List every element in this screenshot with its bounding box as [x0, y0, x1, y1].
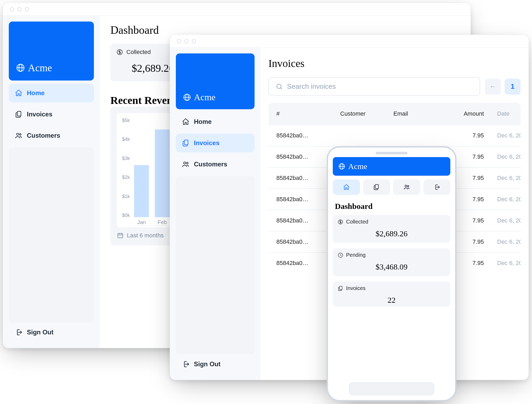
arrow-left-icon: ←	[489, 82, 496, 91]
page-title: Dashboard	[335, 202, 448, 211]
phone-home-indicator[interactable]	[328, 378, 455, 400]
calendar-icon	[117, 232, 124, 239]
sidebar-item-invoices[interactable]: Invoices	[176, 134, 255, 152]
metric-card-label: Collected	[126, 49, 151, 56]
search-icon	[275, 83, 283, 91]
metric-card-pending: Pending $3,468.09	[333, 248, 450, 276]
globe-icon	[338, 163, 346, 170]
phone-nav-customers[interactable]	[393, 179, 420, 195]
recent-revenue-note: Last 6 months	[127, 232, 164, 239]
users-icon	[15, 132, 23, 140]
document-duplicate-icon	[338, 285, 343, 291]
signout-button[interactable]: Sign Out	[176, 354, 255, 374]
brand-name: Acme	[194, 92, 215, 102]
svg-point-3	[16, 133, 19, 135]
sidebar-spacer	[9, 148, 94, 322]
svg-rect-20	[339, 286, 342, 289]
phone-speaker-icon	[376, 152, 408, 154]
signout-button[interactable]: Sign Out	[9, 322, 94, 342]
sidebar-item-label: Customers	[27, 132, 60, 139]
search-placeholder: Search invoices	[287, 82, 336, 91]
document-duplicate-icon	[15, 110, 23, 118]
y-tick: $2k	[122, 175, 130, 180]
sidebar-item-label: Home	[27, 89, 45, 97]
svg-rect-6	[118, 233, 123, 238]
signout-icon	[15, 328, 23, 336]
window-minimize-icon[interactable]	[17, 7, 22, 11]
phone-nav-invoices[interactable]	[363, 179, 390, 195]
x-tick: Jan	[137, 219, 146, 225]
svg-rect-9	[184, 140, 188, 145]
col-id: #	[276, 110, 340, 117]
metric-card-label: Invoices	[346, 285, 365, 291]
recent-revenue-card: $5k$4k$3k$2k$1k$0kJanFeb Last 6 months	[110, 107, 180, 245]
sidebar-item-home[interactable]: Home	[9, 84, 94, 102]
sidebar-item-home[interactable]: Home	[176, 112, 255, 131]
metric-card-value: $3,468.09	[338, 262, 446, 271]
pager-page-label: 1	[511, 82, 514, 91]
revenue-chart: $5k$4k$3k$2k$1k$0kJanFeb	[117, 113, 173, 227]
metric-card-collected: Collected $2,689.26	[333, 215, 450, 243]
y-tick: $3k	[122, 156, 130, 161]
metric-card-label: Pending	[346, 252, 365, 258]
window-minimize-icon[interactable]	[184, 39, 189, 43]
brand-logo: Acme	[9, 22, 94, 81]
document-duplicate-icon	[182, 139, 190, 147]
cell-id: 85842ba0…	[276, 132, 340, 139]
signout-label: Sign Out	[27, 329, 53, 336]
search-input[interactable]: Search invoices	[268, 77, 480, 96]
cell-date: Dec 6, 2022	[484, 217, 521, 224]
pager-prev[interactable]: ←	[485, 79, 501, 95]
table-row[interactable]: 85842ba0…7.95Dec 6, 2022	[268, 125, 521, 146]
phone-nav	[328, 176, 455, 199]
col-amount: Amount	[439, 110, 484, 117]
col-email: Email	[393, 110, 439, 117]
cell-date: Dec 6, 2022	[484, 238, 521, 245]
chart-bar: Feb	[155, 129, 170, 225]
page-title: Invoices	[268, 57, 521, 70]
window-zoom-icon[interactable]	[192, 39, 196, 43]
metric-card-label: Collected	[346, 219, 368, 225]
phone-nav-signout[interactable]	[423, 179, 451, 195]
sidebar-item-label: Home	[194, 118, 212, 125]
cell-date: Dec 6, 2022	[484, 260, 521, 267]
y-tick: $5k	[122, 118, 130, 123]
sidebar-item-label: Customers	[194, 161, 227, 168]
brand-name: Acme	[348, 162, 367, 171]
col-date: Date	[484, 110, 521, 117]
table-header: # Customer Email Amount Date	[268, 103, 521, 125]
window-close-icon[interactable]	[177, 39, 181, 43]
pager-page-1[interactable]: 1	[505, 79, 521, 95]
chart-bar: Jan	[134, 165, 149, 225]
document-duplicate-icon	[373, 184, 380, 191]
svg-point-10	[184, 162, 186, 164]
clock-icon	[338, 252, 343, 258]
cell-date: Dec 6, 2022	[484, 153, 521, 160]
window-titlebar	[170, 35, 529, 48]
sidebar-item-label: Invoices	[27, 111, 52, 118]
x-tick: Feb	[158, 219, 167, 225]
users-icon	[182, 160, 190, 168]
cell-amount: 7.95	[439, 132, 484, 139]
svg-point-12	[277, 84, 281, 88]
window-titlebar	[3, 3, 471, 16]
sidebar-item-customers[interactable]: Customers	[9, 126, 94, 145]
sidebar: Acme Home Invoices	[170, 48, 260, 380]
svg-rect-15	[375, 184, 379, 188]
window-zoom-icon[interactable]	[25, 7, 29, 11]
y-tick: $0k	[122, 213, 130, 218]
sidebar-item-label: Invoices	[194, 139, 219, 147]
phone-nav-home[interactable]	[333, 179, 360, 195]
cell-date: Dec 6, 2022	[484, 196, 521, 203]
metric-card-invoices: Invoices 22	[333, 281, 450, 307]
cell-date: Dec 6, 2022	[484, 132, 521, 139]
metric-card-value: $2,689.26	[338, 229, 446, 238]
sidebar-item-customers[interactable]: Customers	[176, 155, 255, 174]
metric-card-value: 22	[338, 296, 446, 305]
signout-icon	[182, 360, 190, 368]
sidebar-item-invoices[interactable]: Invoices	[9, 105, 94, 124]
home-icon	[182, 118, 190, 126]
dollar-circle-icon	[338, 219, 343, 225]
globe-icon	[16, 63, 25, 73]
window-close-icon[interactable]	[10, 7, 14, 11]
